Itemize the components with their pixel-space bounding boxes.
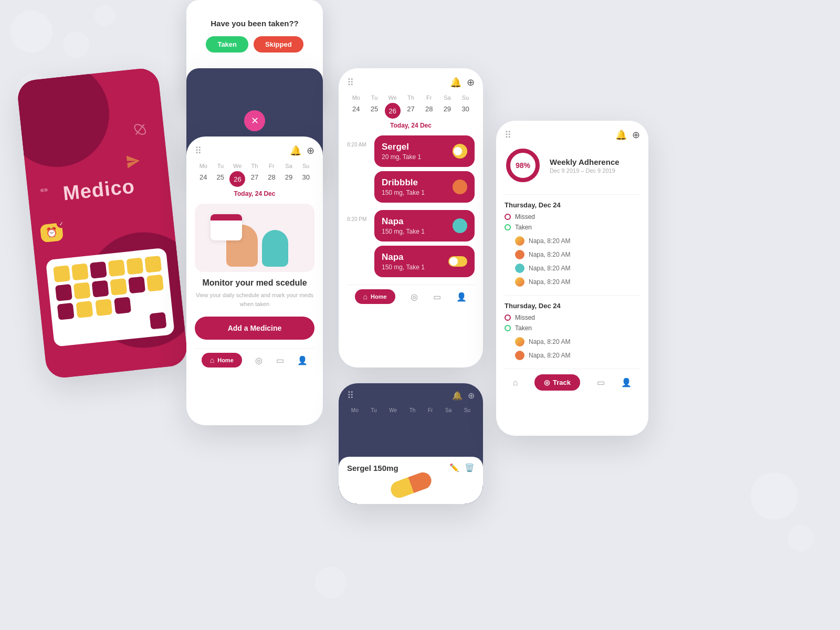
toggle-napa2[interactable] — [448, 256, 467, 267]
med-sergel[interactable]: Sergel 20 mg, Take 1 — [374, 135, 475, 167]
adherence-info: Weekly Adherence Dec 9 2019 – Dec 9 2019 — [550, 158, 620, 174]
bell-icon[interactable]: 🔔 — [615, 129, 627, 141]
date-28[interactable]: 28 — [421, 103, 437, 119]
date-25[interactable]: 25 — [366, 103, 382, 119]
date-30[interactable]: 30 — [458, 103, 474, 119]
date-24[interactable]: 24 — [195, 171, 211, 187]
nav-home[interactable]: ⌂ — [513, 378, 518, 387]
date-24[interactable]: 24 — [348, 103, 364, 119]
user-icon: 👤 — [297, 355, 308, 365]
menu-icon[interactable]: ⠿ — [505, 129, 512, 141]
divider — [505, 194, 640, 195]
med-dot-2 — [515, 250, 524, 259]
bell-icon[interactable]: 🔔 — [450, 77, 461, 88]
day-tu: Tu — [366, 94, 382, 101]
nav-chart[interactable]: ◎ — [411, 292, 418, 302]
missed-label-2: Missed — [515, 314, 535, 321]
calendar-illus — [211, 214, 242, 240]
track-button[interactable]: ◎ Track — [534, 374, 580, 391]
med-dose-napa2: 150 mg, Take 1 — [382, 264, 425, 271]
cal-cell — [114, 297, 131, 314]
med-entry-2: Napa, 8:20 AM — [505, 248, 640, 261]
nav-home[interactable]: ⌂ Home — [355, 289, 395, 304]
add-icon[interactable]: ⊕ — [307, 145, 314, 156]
med-toggle-sergel[interactable] — [453, 144, 467, 159]
nav-user[interactable]: 👤 — [297, 355, 308, 365]
svg-marker-2 — [127, 154, 140, 168]
top-bar: ⠿ 🔔 ⊕ — [195, 145, 314, 156]
day-label-sa: Sa — [281, 163, 297, 169]
date-29[interactable]: 29 — [439, 103, 455, 119]
med-entry-text-2: Napa, 8:20 AM — [529, 251, 570, 258]
med-napa-2[interactable]: Napa 150 mg, Take 1 — [374, 246, 475, 277]
add-icon[interactable]: ⊕ — [632, 129, 640, 141]
card-icon: ▭ — [597, 377, 605, 387]
med-dot-1 — [515, 236, 524, 246]
date-28[interactable]: 28 — [264, 171, 280, 187]
edit-icon[interactable]: ✏️ — [449, 463, 459, 472]
med-entry-1: Napa, 8:20 AM — [505, 234, 640, 248]
top-bar-right: 🔔 ⊕ — [450, 77, 475, 88]
date-26-active[interactable]: 26 — [229, 171, 245, 187]
nav-user[interactable]: 👤 — [456, 292, 467, 302]
toggle-knob — [449, 257, 458, 266]
home-icon: ⌂ — [513, 378, 518, 387]
menu-icon[interactable]: ⠿ — [195, 145, 203, 156]
section1-date: Thursday, Dec 24 — [505, 201, 640, 209]
med-dribbble[interactable]: Dribbble 150 mg, Take 1 — [374, 171, 475, 203]
med-dot-3 — [515, 264, 524, 273]
menu-icon[interactable]: ⠿ — [347, 77, 355, 88]
close-button[interactable]: ✕ — [244, 110, 265, 131]
cal-cell — [95, 299, 112, 316]
cal-cell — [73, 282, 90, 299]
med-name-napa2: Napa — [382, 252, 425, 262]
nav-card[interactable]: ▭ — [597, 377, 605, 387]
day-th: Th — [403, 94, 418, 101]
med-toggle-napa1[interactable] — [453, 218, 467, 233]
nav-user[interactable]: 👤 — [621, 377, 632, 387]
nav-card[interactable]: ▭ — [433, 292, 441, 302]
day-label-fr: Fr — [264, 163, 280, 169]
date-26-active[interactable]: 26 — [385, 103, 401, 119]
date-27[interactable]: 27 — [247, 171, 262, 187]
taken-button[interactable]: Taken — [206, 36, 248, 52]
med-dot-4 — [515, 277, 524, 287]
med-toggle-dribbble[interactable] — [453, 180, 467, 194]
cal-cell — [55, 284, 72, 301]
day-sa: Sa — [445, 407, 452, 413]
clock-badge: ✓ ⏰ — [40, 223, 64, 243]
bell-icon[interactable]: 🔔 — [290, 145, 301, 156]
med-info: Napa 150 mg, Take 1 — [382, 216, 425, 235]
add-icon[interactable]: ⊕ — [467, 77, 475, 88]
clock-icon: ⏰ — [45, 226, 58, 239]
nav-card[interactable]: ▭ — [276, 355, 284, 365]
deco-circle — [751, 472, 798, 520]
week-dates: 24 25 26 27 28 29 30 — [347, 103, 475, 119]
cal-cell — [57, 303, 75, 320]
date-29[interactable]: 29 — [281, 171, 297, 187]
add-medicine-button[interactable]: Add a Medicine — [195, 317, 314, 340]
med-napa-1[interactable]: Napa 150 mg, Take 1 — [374, 210, 475, 242]
monitor-subtitle: View your daily schedule and mark your m… — [195, 291, 314, 308]
bell-icon[interactable]: 🔔 — [452, 391, 463, 401]
cal-cell — [89, 261, 107, 279]
day-label-th: Th — [247, 163, 262, 169]
menu-icon[interactable]: ⠿ — [347, 390, 354, 401]
add-icon[interactable]: ⊕ — [468, 391, 475, 401]
nav-home[interactable]: ⌂ Home — [202, 353, 242, 368]
chart-icon: ◎ — [255, 355, 262, 365]
cal-cell — [71, 264, 89, 281]
date-25[interactable]: 25 — [213, 171, 228, 187]
trash-icon[interactable]: 🗑️ — [465, 463, 475, 472]
popup-buttons: Taken Skipped — [205, 36, 304, 52]
pill-illustration — [347, 477, 475, 494]
adherence-card: ⠿ 🔔 ⊕ 98% Weekly Adherence Dec 9 2 — [496, 121, 648, 436]
date-27[interactable]: 27 — [403, 103, 418, 119]
nav-chart[interactable]: ◎ — [255, 355, 262, 365]
day-su: Su — [458, 94, 474, 101]
date-30[interactable]: 30 — [298, 171, 314, 187]
missed-status-2: Missed — [505, 314, 640, 321]
donut-chart: 98% — [505, 147, 541, 184]
med-row: Napa 150 mg, Take 1 — [382, 252, 467, 271]
skipped-button[interactable]: Skipped — [254, 36, 303, 52]
